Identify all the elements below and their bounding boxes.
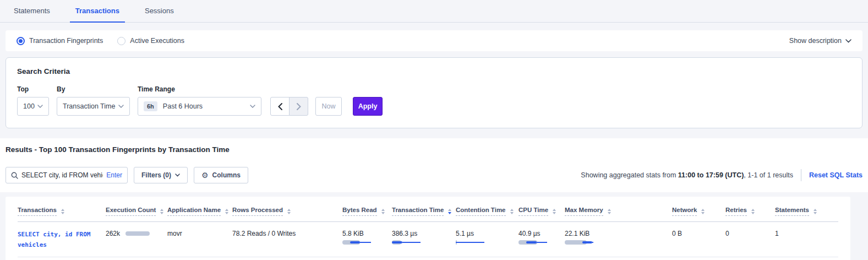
top-label: Top (17, 85, 49, 93)
results-section: Results - Top 100 Transaction Fingerprin… (0, 138, 868, 192)
column-header-application-name[interactable]: Application Name (167, 207, 232, 216)
bytes-read-value: 5.8 KiB (342, 230, 389, 237)
column-header-label: Transaction Time (392, 207, 444, 216)
tab-transactions[interactable]: Transactions (70, 7, 125, 22)
sort-icon[interactable] (61, 209, 64, 214)
chevron-right-icon (297, 103, 301, 110)
search-box: Enter (6, 167, 128, 183)
columns-label: Columns (212, 171, 241, 179)
sort-icon[interactable] (225, 209, 228, 214)
now-button[interactable]: Now (315, 97, 342, 116)
column-header-transaction-time[interactable]: Transaction Time (392, 207, 456, 216)
sort-icon[interactable] (381, 209, 385, 214)
application-name-value: movr (167, 230, 232, 237)
column-header-retries[interactable]: Retries (725, 207, 775, 216)
search-input[interactable] (21, 171, 103, 179)
time-range-select[interactable]: 6h Past 6 Hours (138, 97, 261, 116)
filters-label: Filters (0) (141, 171, 171, 179)
top-select[interactable]: 100 (17, 97, 49, 116)
sort-icon[interactable] (287, 209, 291, 214)
search-criteria-title: Search Criteria (17, 67, 851, 75)
column-header-label: Statements (775, 207, 809, 216)
sort-icon[interactable] (608, 209, 611, 214)
sort-icon[interactable] (160, 209, 163, 214)
transaction-time-bar (392, 240, 421, 245)
contention-time-value: 5.1 µs (456, 230, 515, 237)
show-description-label: Show description (789, 37, 842, 45)
column-header-label: Retries (725, 207, 747, 216)
column-header-label: Application Name (167, 207, 221, 216)
stats-time-range: 11:00 to 17:59 (UTC) (678, 171, 744, 179)
show-description-toggle[interactable]: Show description (789, 37, 851, 45)
sort-icon[interactable] (510, 209, 514, 214)
radio-label: Transaction Fingerprints (29, 37, 103, 45)
transaction-time-value: 386.3 µs (392, 230, 452, 237)
column-header-label: Network (672, 207, 697, 216)
time-range-next-button[interactable] (289, 97, 308, 116)
sort-icon[interactable] (814, 209, 817, 214)
column-header-rows-processed[interactable]: Rows Processed (232, 207, 342, 216)
results-title: Results - Top 100 Transaction Fingerprin… (6, 145, 862, 154)
radio-selected-icon (17, 37, 25, 45)
transactions-table-wrap: TransactionsExecution CountApplication N… (0, 192, 868, 260)
column-header-label: Transactions (18, 207, 57, 216)
chevron-down-icon (845, 39, 851, 43)
sql-activity-tabbar: Statements Transactions Sessions (0, 0, 868, 23)
bytes-read-bar (342, 240, 371, 245)
column-header-transactions[interactable]: Transactions (18, 207, 106, 216)
top-select-value: 100 (23, 102, 35, 110)
radio-unselected-icon (117, 37, 125, 45)
by-label: By (57, 85, 130, 93)
gear-icon: ⚙ (201, 171, 209, 179)
tab-sessions[interactable]: Sessions (139, 7, 179, 22)
retries-value: 0 (725, 230, 775, 237)
reset-sql-stats-link[interactable]: Reset SQL Stats (809, 171, 862, 179)
column-header-bytes-read[interactable]: Bytes Read (342, 207, 392, 216)
column-header-max-memory[interactable]: Max Memory (565, 207, 672, 216)
max-memory-bar (565, 240, 593, 245)
tab-statements[interactable]: Statements (8, 7, 56, 22)
columns-button[interactable]: ⚙ Columns (194, 167, 248, 183)
search-enter-label: Enter (106, 171, 122, 179)
column-header-cpu-time[interactable]: CPU Time (518, 207, 565, 216)
time-range-badge: 6h (144, 101, 157, 111)
column-header-label: CPU Time (518, 207, 548, 216)
chevron-down-icon (250, 105, 255, 108)
column-header-label: Max Memory (565, 207, 603, 216)
chevron-down-icon (175, 174, 180, 177)
time-range-label: Time Range (138, 85, 261, 93)
by-field: By Transaction Time (57, 85, 130, 116)
sort-icon[interactable] (751, 209, 755, 214)
search-criteria-panel: Search Criteria Top 100 By Transaction T… (6, 57, 862, 128)
column-header-execution-count[interactable]: Execution Count (106, 207, 167, 216)
chevron-down-icon (118, 105, 124, 108)
contention-time-bar (456, 240, 484, 245)
apply-button[interactable]: Apply (353, 97, 383, 116)
chevron-left-icon (278, 103, 282, 110)
sort-icon[interactable] (448, 209, 451, 214)
time-range-arrows (270, 97, 308, 116)
radio-transaction-fingerprints[interactable]: Transaction Fingerprints (17, 37, 103, 45)
execution-count-value: 262k (106, 230, 120, 237)
cpu-time-bar (518, 240, 547, 245)
table-row: SELECT city, id FROM vehicles 262k movr … (18, 222, 838, 257)
sort-icon[interactable] (701, 209, 705, 214)
filters-button[interactable]: Filters (0) (134, 167, 188, 183)
column-header-label: Execution Count (106, 207, 156, 216)
sort-icon[interactable] (553, 209, 556, 214)
column-header-statements[interactable]: Statements (775, 207, 827, 216)
column-header-label: Rows Processed (232, 207, 283, 216)
radio-label: Active Executions (130, 37, 184, 45)
column-header-network[interactable]: Network (672, 207, 725, 216)
statements-value: 1 (775, 230, 827, 237)
column-header-contention-time[interactable]: Contention Time (456, 207, 518, 216)
view-toggle-row: Transaction Fingerprints Active Executio… (6, 30, 862, 51)
time-range-field: Time Range 6h Past 6 Hours (138, 85, 261, 116)
chevron-down-icon (37, 105, 43, 108)
by-select-value: Transaction Time (63, 102, 115, 110)
divider (801, 169, 801, 181)
transaction-fingerprint-link[interactable]: SELECT city, id FROM vehicles (18, 231, 90, 248)
time-range-prev-button[interactable] (270, 97, 290, 116)
by-select[interactable]: Transaction Time (57, 97, 130, 116)
radio-active-executions[interactable]: Active Executions (117, 37, 184, 45)
